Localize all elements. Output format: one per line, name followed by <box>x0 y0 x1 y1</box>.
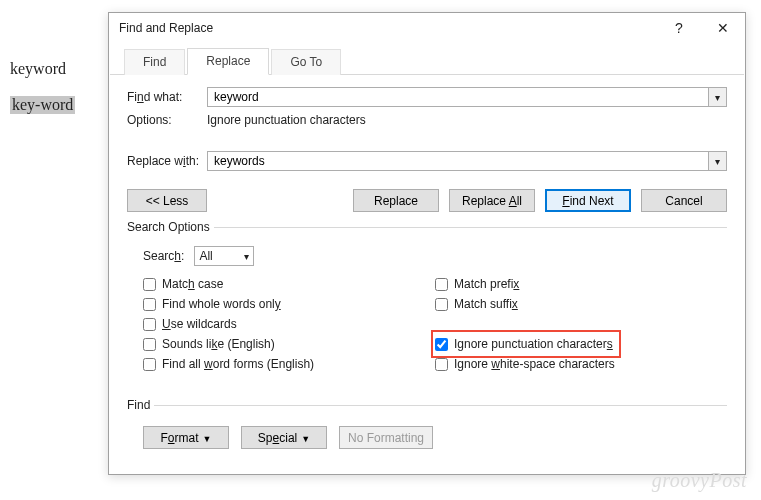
close-button[interactable]: ✕ <box>701 13 745 43</box>
chevron-down-icon: ▾ <box>244 251 249 262</box>
help-button[interactable]: ? <box>657 13 701 43</box>
less-button[interactable]: << Less <box>127 189 207 212</box>
search-options-legend: Search Options <box>127 220 214 234</box>
match-suffix-input[interactable] <box>435 298 448 311</box>
replace-with-combo[interactable]: ▾ <box>207 151 727 171</box>
wildcards-input[interactable] <box>143 318 156 331</box>
find-replace-dialog: Find and Replace ? ✕ Find Replace Go To … <box>108 12 746 475</box>
no-formatting-button: No Formatting <box>339 426 433 449</box>
cancel-button[interactable]: Cancel <box>641 189 727 212</box>
ignore-whitespace-checkbox[interactable]: Ignore white-space characters <box>435 354 727 374</box>
replace-button[interactable]: Replace <box>353 189 439 212</box>
tab-goto[interactable]: Go To <box>271 49 341 75</box>
caret-down-icon: ▼ <box>203 434 212 444</box>
search-options-group: Search Options Search: All ▾ Match case … <box>127 220 727 374</box>
match-prefix-checkbox[interactable]: Match prefix <box>435 274 727 294</box>
options-value: Ignore punctuation characters <box>207 113 366 127</box>
word-forms-input[interactable] <box>143 358 156 371</box>
sounds-like-checkbox[interactable]: Sounds like (English) <box>143 334 435 354</box>
match-case-input[interactable] <box>143 278 156 291</box>
tab-find-label: Find <box>143 55 166 69</box>
dialog-title: Find and Replace <box>119 21 657 35</box>
tab-replace[interactable]: Replace <box>187 48 269 75</box>
find-what-label: Find what: <box>127 90 207 104</box>
word-forms-checkbox[interactable]: Find all word forms (English) <box>143 354 435 374</box>
find-group: Find Format▼ Special▼ No Formatting <box>127 398 727 449</box>
replace-with-label: Replace with: <box>127 154 207 168</box>
find-next-button[interactable]: Find Next <box>545 189 631 212</box>
tabs: Find Replace Go To <box>110 43 744 75</box>
ignore-punctuation-checkbox[interactable]: Ignore punctuation characters <box>435 334 613 354</box>
wildcards-checkbox[interactable]: Use wildcards <box>143 314 435 334</box>
whole-words-input[interactable] <box>143 298 156 311</box>
titlebar: Find and Replace ? ✕ <box>109 13 745 43</box>
tab-goto-label: Go To <box>290 55 322 69</box>
tab-replace-label: Replace <box>206 54 250 68</box>
match-prefix-input[interactable] <box>435 278 448 291</box>
replace-with-input[interactable] <box>208 152 708 170</box>
replace-all-button[interactable]: Replace All <box>449 189 535 212</box>
find-what-combo[interactable]: ▾ <box>207 87 727 107</box>
search-direction-value: All <box>199 249 212 263</box>
find-legend: Find <box>127 398 154 412</box>
replace-with-dropdown-icon[interactable]: ▾ <box>708 152 726 170</box>
highlight-box: Ignore punctuation characters <box>431 330 621 358</box>
find-what-dropdown-icon[interactable]: ▾ <box>708 88 726 106</box>
document-word-1: keyword <box>10 60 75 78</box>
options-label: Options: <box>127 113 207 127</box>
special-button[interactable]: Special▼ <box>241 426 327 449</box>
match-suffix-checkbox[interactable]: Match suffix <box>435 294 727 314</box>
sounds-like-input[interactable] <box>143 338 156 351</box>
search-direction-label: Search: <box>143 249 184 263</box>
document-word-2-selected: key-word <box>10 96 75 114</box>
search-direction-select[interactable]: All ▾ <box>194 246 254 266</box>
find-what-input[interactable] <box>208 88 708 106</box>
whole-words-checkbox[interactable]: Find whole words only <box>143 294 435 314</box>
tab-find[interactable]: Find <box>124 49 185 75</box>
match-case-checkbox[interactable]: Match case <box>143 274 435 294</box>
caret-down-icon: ▼ <box>301 434 310 444</box>
format-button[interactable]: Format▼ <box>143 426 229 449</box>
ignore-whitespace-input[interactable] <box>435 358 448 371</box>
ignore-punctuation-input[interactable] <box>435 338 448 351</box>
